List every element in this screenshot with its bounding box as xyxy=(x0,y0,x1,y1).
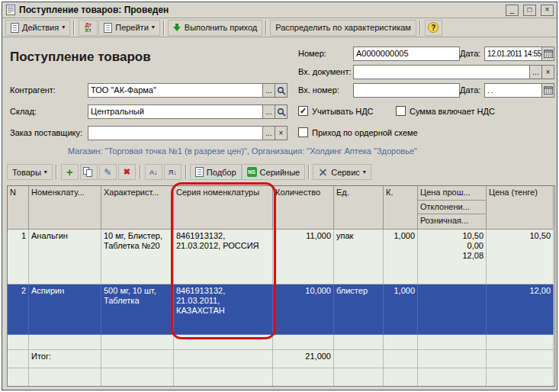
warehouse-field[interactable]: Центральный ... xyxy=(88,104,288,119)
cell-price[interactable]: 10,50 xyxy=(487,230,554,284)
date-input[interactable]: 12.01.2011 14:55:39 xyxy=(484,47,542,61)
post-receipt-button[interactable]: Выполнить приход xyxy=(168,20,262,36)
edit-row-button[interactable]: ✎ xyxy=(99,164,117,180)
cell-empty xyxy=(174,350,273,368)
cell-characteristic[interactable]: 500 мг, 10 шт, Таблетка xyxy=(101,284,174,335)
pencil-icon: ✎ xyxy=(104,167,111,178)
counterparty-lookup-button[interactable] xyxy=(275,83,288,98)
close-button[interactable]: × xyxy=(541,5,554,16)
incoming-doc-field[interactable]: ... × xyxy=(353,65,554,79)
vat-included-checkbox[interactable]: Сумма включает НДС xyxy=(396,106,495,116)
supplier-order-ellipsis-button[interactable]: ... xyxy=(263,126,275,140)
cell-empty xyxy=(487,335,554,350)
sort-descending-button[interactable]: Я↓ xyxy=(164,164,182,180)
supplier-order-clear-button[interactable]: × xyxy=(275,126,288,140)
col-header-price-group: Цена прош... Отклонени... Розничная... xyxy=(418,186,487,230)
cell-empty xyxy=(384,350,418,368)
help-button[interactable]: ? xyxy=(425,20,442,36)
cell-empty xyxy=(334,368,384,386)
dt-kt-button[interactable]: Дт Кт xyxy=(79,20,98,36)
calendar-button[interactable] xyxy=(542,47,554,61)
service-menu-button[interactable]: Сервис ▾ xyxy=(313,164,371,180)
table-row[interactable]: 1 Анальгин 10 мг, Блистер, Таблетка №20 … xyxy=(8,230,554,284)
cell-empty xyxy=(418,368,487,386)
goods-label: Товары xyxy=(12,168,41,177)
items-table: N Номенклату... Характерист... Серия ном… xyxy=(7,185,555,387)
cell-quantity[interactable]: 10,000 xyxy=(273,284,334,335)
warehouse-input[interactable]: Центральный xyxy=(88,104,263,119)
order-scheme-checkbox[interactable]: Приход по ордерной схеме xyxy=(298,127,418,137)
clear-icon: × xyxy=(279,129,284,137)
incoming-number-input[interactable] xyxy=(353,83,460,98)
toolbar-separator xyxy=(308,165,310,179)
cell-deviation: 0,00 xyxy=(467,241,484,251)
incoming-calendar-button[interactable] xyxy=(542,83,554,98)
number-input[interactable]: А0000000005 xyxy=(353,47,460,61)
date-label: Дата: xyxy=(460,49,480,58)
cell-unit[interactable]: упак xyxy=(334,230,384,284)
supplier-order-input[interactable] xyxy=(88,126,263,140)
delete-row-button[interactable]: ✖ xyxy=(118,164,136,180)
add-row-button[interactable]: + xyxy=(61,164,79,180)
serial-numbers-button[interactable]: NS Серийные xyxy=(242,164,306,180)
counterparty-input[interactable]: ТОО "АК-Фарма" xyxy=(88,83,263,98)
incoming-number-field[interactable] xyxy=(353,83,460,98)
cell-k[interactable]: 1,000 xyxy=(384,284,418,335)
warehouse-ellipsis-button[interactable]: ... xyxy=(263,104,275,119)
actions-button[interactable]: Действия ▾ xyxy=(5,20,70,36)
pick-button[interactable]: Подбор xyxy=(190,164,242,180)
cell-n[interactable]: 1 xyxy=(8,230,29,284)
cell-unit[interactable]: блистер xyxy=(334,284,384,335)
copy-row-button[interactable] xyxy=(80,164,98,180)
sort-ascending-button[interactable]: А↓ xyxy=(145,164,162,180)
maximize-button[interactable]: □ xyxy=(523,5,536,16)
incoming-doc-clear-button[interactable]: × xyxy=(542,65,554,79)
counterparty-ellipsis-button[interactable]: ... xyxy=(263,83,275,98)
cell-series[interactable]: 8461913132, 21.03.2012, РОССИЯ xyxy=(174,230,273,284)
supplier-order-field[interactable]: ... × xyxy=(88,126,288,140)
cell-price[interactable]: 12,00 xyxy=(487,284,554,335)
title-bar[interactable]: Поступление товаров: Проведен _ □ × xyxy=(2,2,557,18)
cell-empty xyxy=(8,350,29,368)
cell-price-group[interactable] xyxy=(418,284,487,335)
cell-series[interactable]: 8461913132, 21.03.2011, КАЗАХСТАН xyxy=(174,284,273,335)
clear-icon: × xyxy=(546,68,551,76)
cell-k[interactable]: 1,000 xyxy=(384,230,418,284)
minimize-button[interactable]: _ xyxy=(506,5,519,16)
table-header-row: N Номенклату... Характерист... Серия ном… xyxy=(8,186,554,230)
help-icon: ? xyxy=(428,22,439,33)
cell-nomenclature[interactable]: Анальгин xyxy=(29,230,101,284)
cell-empty xyxy=(29,335,101,350)
items-toolbar: Товары ▾ + ✎ ✖ А↓ Я↓ Подбор NS Серийные … xyxy=(7,162,555,182)
toolbar-separator xyxy=(163,21,165,35)
empty-row xyxy=(8,335,554,350)
table-row-selected[interactable]: 2 Аспирин 500 мг, 10 шт, Таблетка 846191… xyxy=(8,284,554,335)
incoming-date-field[interactable]: . . xyxy=(484,83,554,98)
cell-quantity[interactable]: 11,000 xyxy=(273,230,334,284)
distribute-by-characteristics-button[interactable]: Распределить по характеристикам xyxy=(270,20,416,36)
chevron-down-icon: ▾ xyxy=(152,24,155,31)
page-title: Поступление товаров xyxy=(10,50,151,65)
incoming-doc-ellipsis-button[interactable]: ... xyxy=(530,65,542,79)
copy-icon xyxy=(83,167,94,178)
incoming-date-input[interactable]: . . xyxy=(484,83,542,98)
col-header-price-prev: Цена прош... xyxy=(418,186,486,201)
total-label: Итог: xyxy=(29,350,101,368)
date-field[interactable]: 12.01.2011 14:55:39 xyxy=(484,47,554,61)
green-arrow-down-icon xyxy=(173,23,182,32)
incoming-doc-input[interactable] xyxy=(353,65,530,79)
counterparty-field[interactable]: ТОО "АК-Фарма" ... xyxy=(88,83,288,98)
number-field[interactable]: А0000000005 xyxy=(353,47,460,61)
cell-price-group[interactable]: 10,50 0,00 12,08 xyxy=(418,230,487,284)
cell-empty xyxy=(418,335,487,350)
goto-button[interactable]: Перейти ▾ xyxy=(98,20,160,36)
form-icon xyxy=(11,23,19,33)
vat-checkbox[interactable]: ✓ Учитывать НДС xyxy=(298,106,374,116)
cell-characteristic[interactable]: 10 мг, Блистер, Таблетка №20 xyxy=(101,230,174,284)
ellipsis-icon: ... xyxy=(265,86,271,95)
cell-n[interactable]: 2 xyxy=(8,284,29,335)
warehouse-lookup-button[interactable] xyxy=(275,104,288,119)
cell-empty xyxy=(174,368,273,386)
goods-menu-button[interactable]: Товары ▾ xyxy=(7,164,53,180)
cell-nomenclature[interactable]: Аспирин xyxy=(29,284,101,335)
